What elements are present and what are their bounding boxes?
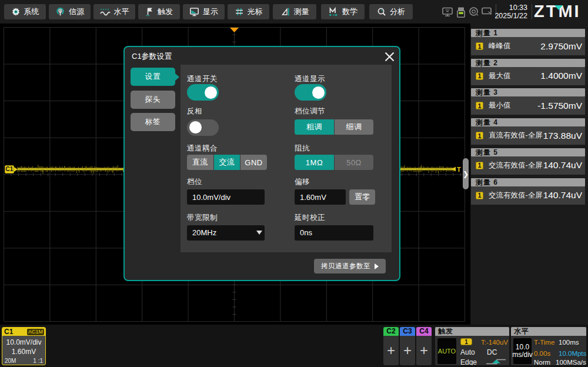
svg-text:T: T [457, 166, 461, 173]
